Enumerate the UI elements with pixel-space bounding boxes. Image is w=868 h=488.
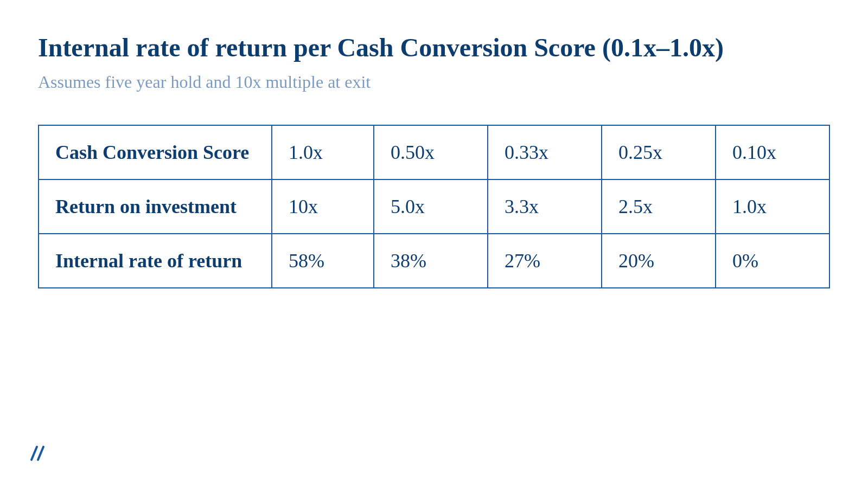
cell-2-1: 38% — [374, 234, 488, 288]
cell-1-0: 10x — [272, 179, 374, 234]
table-row: Return on investment10x5.0x3.3x2.5x1.0x — [39, 179, 829, 234]
cell-2-0: 58% — [272, 234, 374, 288]
row-header-2: Internal rate of return — [39, 234, 272, 288]
cell-0-4: 0.10x — [716, 125, 829, 179]
cell-0-2: 0.33x — [488, 125, 602, 179]
logo-area — [27, 442, 49, 466]
svg-line-1 — [38, 447, 43, 460]
cell-0-1: 0.50x — [374, 125, 488, 179]
row-header-1: Return on investment — [39, 179, 272, 234]
main-title: Internal rate of return per Cash Convers… — [38, 33, 830, 62]
table-row: Internal rate of return58%38%27%20%0% — [39, 234, 829, 288]
cell-0-3: 0.25x — [602, 125, 716, 179]
row-header-0: Cash Conversion Score — [39, 125, 272, 179]
cell-2-4: 0% — [716, 234, 829, 288]
subtitle: Assumes five year hold and 10x multiple … — [38, 72, 830, 92]
data-table: Cash Conversion Score1.0x0.50x0.33x0.25x… — [38, 125, 830, 288]
cell-1-3: 2.5x — [602, 179, 716, 234]
brand-logo-icon — [27, 442, 49, 464]
cell-1-1: 5.0x — [374, 179, 488, 234]
cell-0-0: 1.0x — [272, 125, 374, 179]
page-container: Internal rate of return per Cash Convers… — [0, 0, 868, 488]
cell-2-3: 20% — [602, 234, 716, 288]
cell-1-4: 1.0x — [716, 179, 829, 234]
table-row: Cash Conversion Score1.0x0.50x0.33x0.25x… — [39, 125, 829, 179]
svg-line-0 — [31, 447, 37, 460]
cell-1-2: 3.3x — [488, 179, 602, 234]
cell-2-2: 27% — [488, 234, 602, 288]
